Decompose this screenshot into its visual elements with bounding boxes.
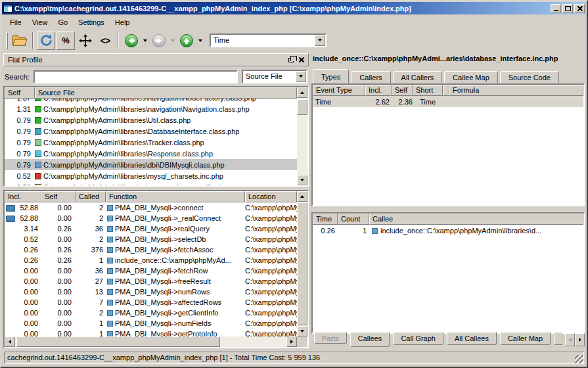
scroll-thumb[interactable] [297,202,307,325]
tabs-scroll-left-button[interactable] [565,333,575,346]
tab-callers[interactable]: Callers [351,71,390,83]
menu-help[interactable]: Help [110,17,135,28]
back-dropdown-button[interactable] [141,32,149,49]
function-row[interactable]: 0.000.0036PMA_DBI_Mysqli->fetchRowC:\xam… [5,265,297,276]
close-button[interactable] [574,4,585,13]
scroll-down-button[interactable] [297,175,307,185]
event-incl: 2.62 [365,98,392,106]
column-header-source-file[interactable]: Source File [35,87,297,99]
source-file-row[interactable]: 1.37C:\xampp\phpMyAdmin\libraries\naviga… [5,99,297,103]
forward-dropdown-button[interactable] [169,32,177,49]
tab-callees[interactable]: Callees [350,332,390,347]
column-header-function[interactable]: Function [106,191,245,202]
event-type-row[interactable]: Time2.622.36Time [313,96,583,107]
window-title: C:\xampp\tmp\cachegrind.out.1416463299-C… [14,5,549,12]
function-row[interactable]: 0.000.007PMA_DBI_Mysqli->affectedRowsC:\… [5,297,297,308]
tabs-scroll-right-button[interactable] [575,333,585,346]
dock-header[interactable]: Flat Profile [3,53,309,66]
source-file-row[interactable]: 0.79C:\xampp\phpMyAdmin\libraries\Tracke… [5,137,297,148]
group-by-combobox[interactable]: Source File [242,70,307,83]
scroll-left-button[interactable] [5,336,15,347]
column-header-called[interactable]: Called [76,191,106,202]
function-row[interactable]: 52.880.002PMA_DBI_Mysqli->connectC:\xamp… [5,202,297,213]
tab-types[interactable]: Types [313,69,349,83]
toolbar-handle[interactable] [6,32,8,49]
menu-file[interactable]: File [5,17,27,28]
open-file-button[interactable] [11,32,29,50]
function-row[interactable]: 52.880.002PMA_DBI_Mysqli->_realConnectC:… [5,213,297,223]
column-header-incl[interactable]: Incl. [5,191,41,202]
source-file-row[interactable]: 1.31C:\xampp\phpMyAdmin\libraries\naviga… [5,103,297,114]
event-type-combobox[interactable]: Time [210,34,327,47]
tab-machine[interactable]: Machine [554,332,562,345]
tab-caller-map[interactable]: Caller Map [500,332,551,345]
column-header-event-type[interactable]: Event Type [313,85,365,96]
reload-button[interactable] [37,32,55,50]
menu-view[interactable]: View [27,17,53,28]
called-value: 2 [76,309,106,317]
combo-dropdown-button[interactable] [315,35,325,46]
scroll-thumb[interactable] [297,99,307,115]
tab-source-code[interactable]: Source Code [500,71,559,83]
column-header-self[interactable]: Self [5,87,35,99]
float-panel-icon[interactable] [288,58,294,62]
function-row[interactable]: 0.000.002PMA_DBI_Mysqli->getClientInfoC:… [5,308,297,318]
forward-button[interactable] [150,32,168,50]
source-file-row[interactable]: 0.79C:\xampp\phpMyAdmin\libraries\Respon… [5,148,297,159]
combo-dropdown-button[interactable] [296,71,306,82]
column-header-short[interactable]: Short [413,85,443,96]
callee-row[interactable]: 0.261include_once::C:\xampp\phpMyAdmin\l… [313,225,583,237]
source-file-row[interactable]: 0.52C:\xampp\phpMyAdmin\libraries\user_p… [5,181,297,185]
source-file-row[interactable]: 0.79C:\xampp\phpMyAdmin\libraries\Databa… [5,126,297,137]
resize-grip-icon[interactable] [575,355,583,363]
function-table-vscrollbar[interactable] [297,191,307,336]
function-table-hscrollbar[interactable] [5,336,297,347]
function-row[interactable]: 0.520.002PMA_DBI_Mysqli->selectDbC:\xamp… [5,234,297,244]
function-row[interactable]: 0.260.26376PMA_DBI_Mysqli->fetchAssocC:\… [5,244,297,255]
function-name-cell: include_once::C:\xampp\phpMyAd... [106,256,245,264]
close-panel-icon[interactable] [299,57,304,62]
source-self-value: 1.37 [5,99,34,102]
source-file-row[interactable]: 0.79C:\xampp\phpMyAdmin\libraries\Util.c… [5,114,297,126]
up-dropdown-button[interactable] [196,32,204,49]
scroll-thumb[interactable] [16,336,220,347]
tab-all-callers[interactable]: All Callers [393,71,443,83]
percentage-toggle-button[interactable]: % [57,32,75,50]
function-row[interactable]: 3.140.2636PMA_DBI_Mysqli->realQueryC:\xa… [5,223,297,234]
minimize-button[interactable] [551,4,561,13]
maximize-button[interactable] [562,4,573,13]
up-button[interactable] [177,32,196,50]
back-button[interactable] [122,32,141,50]
column-header-location[interactable]: Location [245,191,297,202]
column-header-count[interactable]: Count [338,214,369,225]
column-header-time[interactable]: Time [313,214,338,225]
function-row[interactable]: 0.000.0027PMA_DBI_Mysqli->freeResultC:\x… [5,276,297,287]
tab-all-callees[interactable]: All Callees [447,332,497,345]
source-file-row[interactable]: 0.52C:\xampp\phpMyAdmin\libraries\mysql_… [5,170,297,181]
function-name-cell: PMA_DBI_Mysqli->fetchAssoc [106,246,245,254]
column-header-formula[interactable]: Formula [449,85,583,96]
menu-go[interactable]: Go [53,17,73,28]
menu-settings[interactable]: Settings [73,17,110,28]
search-input[interactable] [34,70,238,83]
tab-call-graph[interactable]: Call Graph [393,332,443,345]
tab-parts[interactable]: Parts [314,332,347,344]
tab-callee-map[interactable]: Callee Map [444,71,498,83]
source-file-row[interactable]: 0.79C:\xampp\phpMyAdmin\libraries\dbi\DB… [5,159,297,170]
column-header-incl[interactable]: Incl. [365,85,392,96]
shorten-templates-button[interactable]: <> [96,32,114,50]
source-table-scrollbar[interactable] [297,87,307,185]
scroll-down-button[interactable] [297,326,307,336]
scroll-up-button[interactable] [297,87,307,98]
function-row[interactable]: 0.000.0013PMA_DBI_Mysqli->numRowsC:\xamp… [5,287,297,297]
function-row[interactable]: 0.260.261include_once::C:\xampp\phpMyAd.… [5,255,297,265]
scroll-up-button[interactable] [297,191,307,202]
column-header-self[interactable]: Self [41,191,76,202]
column-header-self[interactable]: Self [392,85,413,96]
title-bar[interactable]: C:\xampp\tmp\cachegrind.out.1416463299-C… [2,2,586,14]
relative-cost-button[interactable] [76,32,95,50]
function-row[interactable]: 0.000.001PMA_DBI_Mysqli->getProtoInfoC:\… [5,329,297,336]
scroll-right-button[interactable] [286,336,297,347]
function-row[interactable]: 0.000.001PMA_DBI_Mysqli->numFieldsC:\xam… [5,318,297,329]
column-header-callee[interactable]: Callee [369,214,583,225]
